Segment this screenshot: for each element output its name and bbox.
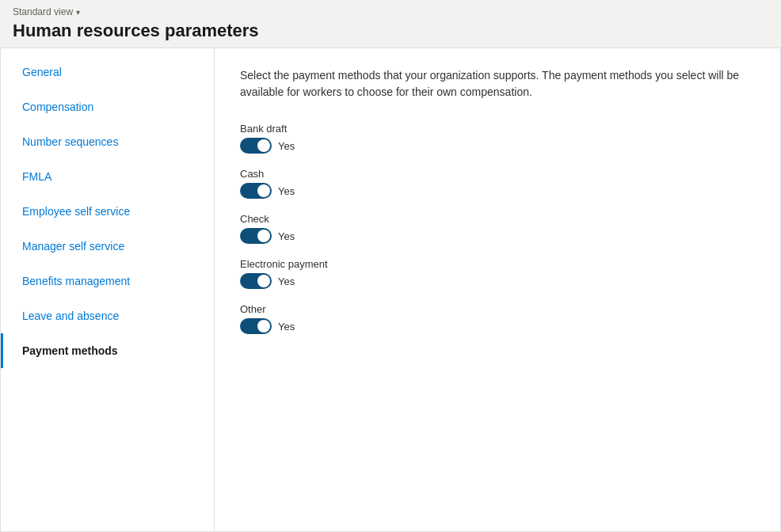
toggle-thumb (257, 230, 270, 242)
payment-method-label: Cash (240, 168, 755, 180)
sidebar-item-employee-self-service[interactable]: Employee self service (1, 194, 214, 229)
payment-method-cash: Cash Yes (240, 168, 755, 199)
sidebar-item-label: FMLA (22, 170, 51, 183)
sidebar-item-label: Payment methods (22, 344, 118, 357)
standard-view-label: Standard view (13, 6, 73, 17)
cash-toggle[interactable] (240, 183, 272, 199)
toggle-row: Yes (240, 183, 755, 199)
toggle-track (240, 273, 272, 289)
sidebar-item-payment-methods[interactable]: Payment methods (1, 333, 214, 368)
toggle-track (240, 183, 272, 199)
sidebar-item-benefits-management[interactable]: Benefits management (1, 264, 214, 298)
toggle-track (240, 138, 272, 154)
toggle-yes-label: Yes (278, 140, 295, 152)
toggle-yes-label: Yes (278, 321, 295, 332)
sidebar-item-fmla[interactable]: FMLA (1, 159, 214, 194)
sidebar-item-general[interactable]: General (1, 55, 214, 89)
toggle-thumb (257, 320, 270, 332)
sidebar-item-number-sequences[interactable]: Number sequences (1, 124, 214, 159)
payment-methods-list: Bank draft Yes Cash (240, 123, 755, 348)
content-area: General Compensation Number sequences FM… (0, 48, 781, 532)
payment-method-label: Check (240, 213, 755, 225)
payment-method-label: Electronic payment (240, 258, 755, 270)
toggle-yes-label: Yes (278, 185, 295, 197)
payment-method-label: Other (240, 303, 755, 315)
main-content: Select the payment methods that your org… (215, 48, 780, 531)
header-section: Standard view ▾ Human resources paramete… (0, 0, 781, 48)
page-title: Human resources parameters (13, 21, 768, 48)
sidebar: General Compensation Number sequences FM… (1, 48, 215, 531)
payment-method-electronic-payment: Electronic payment Yes (240, 258, 755, 289)
check-toggle[interactable] (240, 228, 272, 244)
sidebar-item-label: Number sequences (22, 135, 118, 148)
sidebar-item-label: Leave and absence (22, 310, 119, 322)
chevron-down-icon: ▾ (76, 8, 80, 17)
sidebar-item-label: General (22, 66, 62, 78)
page-wrapper: Standard view ▾ Human resources paramete… (0, 0, 781, 532)
payment-method-label: Bank draft (240, 123, 755, 135)
sidebar-item-label: Employee self service (22, 205, 130, 218)
toggle-row: Yes (240, 138, 755, 154)
toggle-yes-label: Yes (278, 276, 295, 287)
toggle-row: Yes (240, 228, 755, 244)
description-text: Select the payment methods that your org… (240, 67, 755, 101)
sidebar-item-manager-self-service[interactable]: Manager self service (1, 229, 214, 264)
sidebar-item-label: Manager self service (22, 240, 124, 253)
standard-view-button[interactable]: Standard view ▾ (13, 6, 768, 17)
payment-method-bank-draft: Bank draft Yes (240, 123, 755, 154)
payment-method-other: Other Yes (240, 303, 755, 334)
toggle-thumb (257, 139, 270, 152)
toggle-yes-label: Yes (278, 230, 295, 242)
payment-method-check: Check Yes (240, 213, 755, 244)
toggle-track (240, 318, 272, 334)
toggle-thumb (257, 275, 270, 287)
other-toggle[interactable] (240, 318, 272, 334)
sidebar-item-compensation[interactable]: Compensation (1, 89, 214, 124)
electronic-payment-toggle[interactable] (240, 273, 272, 289)
sidebar-item-label: Compensation (22, 101, 93, 113)
toggle-thumb (257, 184, 270, 197)
sidebar-item-label: Benefits management (22, 275, 130, 287)
toggle-row: Yes (240, 273, 755, 289)
toggle-row: Yes (240, 318, 755, 334)
toggle-track (240, 228, 272, 244)
sidebar-item-leave-and-absence[interactable]: Leave and absence (1, 298, 214, 333)
bank-draft-toggle[interactable] (240, 138, 272, 154)
